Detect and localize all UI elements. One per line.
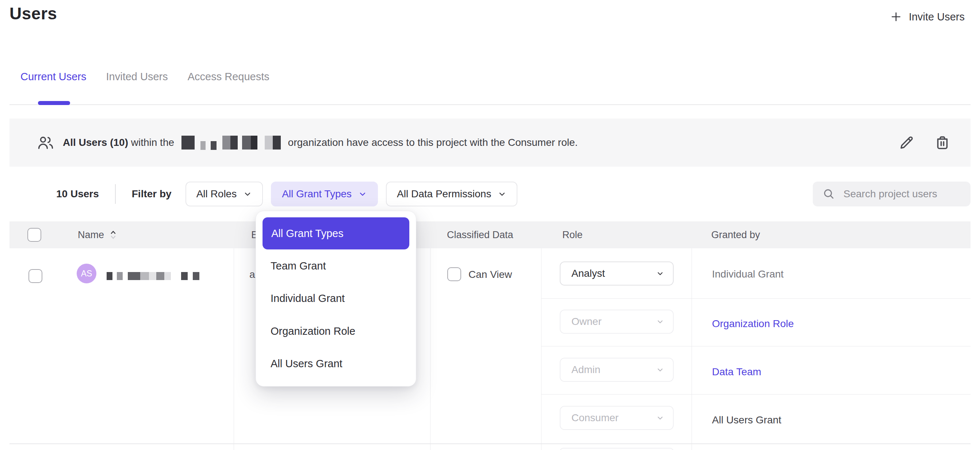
- tab-bar: Current Users Invited Users Access Reque…: [21, 71, 269, 83]
- granted-by-individual-grant: Individual Grant: [712, 269, 784, 280]
- chevron-down-icon: [498, 190, 506, 198]
- subrow-divider: [541, 346, 970, 347]
- pencil-icon: [898, 134, 915, 151]
- subrow-divider: [541, 394, 970, 395]
- next-row-select-edge: [560, 448, 674, 450]
- sort-icon: [109, 228, 117, 241]
- table-body: AS a Can View Analyst Owner Admin Consum…: [10, 248, 970, 450]
- user-email: a: [250, 269, 255, 280]
- chevron-down-icon: [243, 190, 252, 198]
- can-view-checkbox[interactable]: [447, 267, 461, 281]
- toolbar-divider: [115, 184, 116, 204]
- edit-banner-button[interactable]: [898, 134, 915, 151]
- can-view-label: Can View: [468, 269, 512, 280]
- granted-by-organization-role-link[interactable]: Organization Role: [712, 318, 794, 329]
- filter-all-grant-types[interactable]: All Grant Types: [271, 182, 378, 206]
- granted-by-all-users-grant: All Users Grant: [712, 415, 781, 426]
- role-select-analyst-value: Analyst: [571, 268, 605, 279]
- all-users-banner: All Users (10) within the organization h…: [10, 119, 970, 166]
- role-select-consumer-value: Consumer: [571, 412, 619, 424]
- dropdown-item-all-grant-types[interactable]: All Grant Types: [262, 217, 409, 249]
- user-count: 10 Users: [56, 188, 99, 200]
- users-page: Users Invite Users Current Users Invited…: [0, 0, 980, 450]
- chevron-down-icon: [656, 269, 664, 277]
- column-header-name-label: Name: [78, 230, 104, 241]
- column-divider: [541, 248, 541, 450]
- role-select-owner-value: Owner: [571, 316, 601, 328]
- select-all-checkbox[interactable]: [27, 228, 41, 242]
- column-header-granted-by: Granted by: [711, 221, 760, 248]
- people-icon: [37, 135, 54, 150]
- column-divider: [430, 248, 431, 450]
- filter-all-roles-label: All Roles: [196, 188, 237, 200]
- redacted-user-name: [107, 272, 199, 280]
- filter-by-label: Filter by: [132, 188, 172, 200]
- column-header-name[interactable]: Name: [78, 221, 117, 248]
- tab-invited-users[interactable]: Invited Users: [106, 71, 168, 83]
- chevron-down-icon: [656, 414, 664, 422]
- search-icon: [822, 187, 835, 201]
- chevron-down-icon: [358, 190, 367, 198]
- chevron-down-icon: [656, 366, 664, 374]
- delete-banner-button[interactable]: [934, 134, 951, 151]
- dropdown-item-all-users-grant[interactable]: All Users Grant: [270, 358, 342, 369]
- row-divider: [10, 444, 970, 444]
- granted-by-data-team-link[interactable]: Data Team: [712, 366, 761, 377]
- tabs-divider: [10, 104, 970, 105]
- column-divider: [692, 248, 692, 450]
- column-divider: [234, 248, 234, 450]
- chevron-down-icon: [656, 318, 664, 326]
- role-select-owner: Owner: [560, 310, 674, 334]
- role-select-admin: Admin: [560, 358, 674, 382]
- search-box: [813, 182, 970, 206]
- redacted-org-name: [181, 136, 281, 149]
- role-select-admin-value: Admin: [571, 364, 600, 376]
- row-checkbox[interactable]: [29, 269, 42, 283]
- filter-all-data-permissions[interactable]: All Data Permissions: [386, 182, 517, 206]
- avatar: AS: [77, 264, 96, 284]
- table-header-row: Name Email Classified Data Role Granted …: [10, 221, 970, 248]
- filter-all-grant-types-label: All Grant Types: [282, 188, 352, 200]
- grant-type-dropdown: All Grant Types Team Grant Individual Gr…: [256, 211, 416, 387]
- column-header-role: Role: [562, 221, 583, 248]
- banner-bold-text: All Users (10): [63, 137, 128, 149]
- banner-middle-text: within the: [128, 137, 177, 149]
- tab-access-requests[interactable]: Access Requests: [188, 71, 269, 83]
- table-toolbar: 10 Users Filter by All Roles All Grant T…: [10, 182, 970, 206]
- filter-all-roles[interactable]: All Roles: [186, 182, 263, 206]
- filter-all-data-permissions-label: All Data Permissions: [397, 188, 491, 200]
- active-tab-indicator: [38, 101, 70, 105]
- dropdown-item-organization-role[interactable]: Organization Role: [270, 326, 355, 337]
- banner-text: All Users (10) within the organization h…: [63, 136, 578, 149]
- trash-icon: [934, 134, 951, 151]
- invite-users-label: Invite Users: [909, 11, 965, 23]
- plus-icon: [890, 11, 902, 23]
- dropdown-item-team-grant[interactable]: Team Grant: [270, 260, 326, 271]
- invite-users-button[interactable]: Invite Users: [888, 10, 967, 23]
- page-title: Users: [10, 4, 57, 23]
- dropdown-item-individual-grant[interactable]: Individual Grant: [270, 293, 345, 304]
- role-select-analyst[interactable]: Analyst: [560, 261, 674, 285]
- tab-current-users[interactable]: Current Users: [21, 71, 86, 83]
- search-input[interactable]: [843, 188, 961, 200]
- subrow-divider: [541, 298, 970, 299]
- column-header-classified-data: Classified Data: [447, 221, 513, 248]
- role-select-consumer: Consumer: [560, 406, 674, 430]
- banner-end-text: organization have access to this project…: [285, 137, 578, 149]
